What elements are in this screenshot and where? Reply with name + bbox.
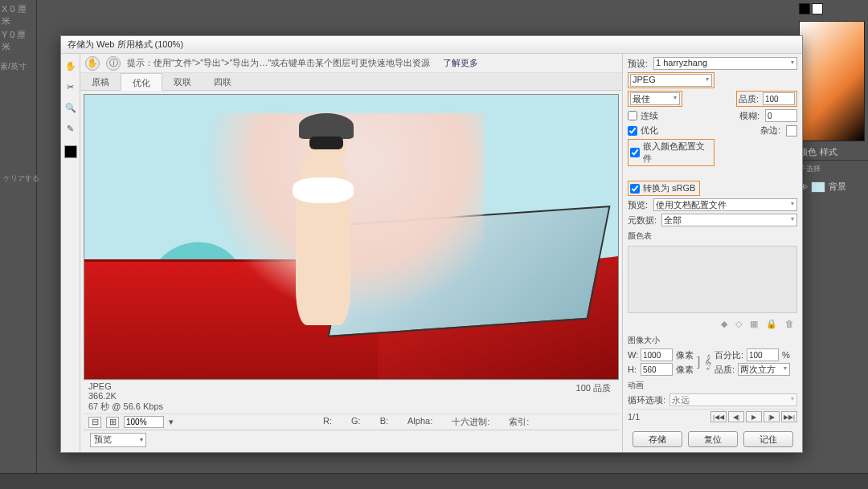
loop-select: 永远 bbox=[669, 393, 797, 406]
readout-hex: 十六进制: bbox=[452, 416, 489, 428]
convert-srgb-label: 转换为 sRGB bbox=[643, 182, 695, 194]
percent-label: 百分比: bbox=[714, 349, 743, 361]
subselect-label: 子选择 bbox=[796, 161, 868, 177]
zoom-in-button[interactable]: ⊞ bbox=[106, 417, 119, 428]
color-table-icons: ◆ ◇ ▦ 🔒 🗑 bbox=[628, 317, 797, 331]
save-for-web-dialog: 存储为 Web 所用格式 (100%) ✋ ✂ 🔍 ✎ ✋ ⓘ 提示：使用"文件… bbox=[60, 35, 803, 453]
learn-more-link[interactable]: 了解更多 bbox=[443, 57, 478, 69]
zoom-input[interactable] bbox=[124, 416, 164, 428]
percent-unit: % bbox=[782, 350, 790, 360]
blur-input[interactable] bbox=[765, 109, 797, 122]
hand-tool-icon[interactable]: ✋ bbox=[63, 59, 78, 73]
remember-button[interactable]: 记住 bbox=[743, 431, 793, 447]
format-select[interactable]: JPEG bbox=[630, 74, 712, 87]
trash-icon[interactable]: 🗑 bbox=[785, 319, 794, 329]
next-frame-button[interactable]: |▶ bbox=[764, 411, 780, 422]
play-button[interactable]: ▶ bbox=[746, 411, 762, 422]
settings-panel: 预设: 1 harryzhang JPEG 最佳 品质: 连续 bbox=[622, 54, 802, 452]
animation-nav: 1/1 |◀◀ ◀| ▶ |▶ ▶▶| bbox=[628, 409, 797, 424]
swatch-black[interactable] bbox=[799, 3, 810, 14]
quality-preset-select[interactable]: 最佳 bbox=[630, 92, 680, 105]
quality-label: 品质: bbox=[739, 93, 761, 105]
ct-icon-2[interactable]: ◇ bbox=[735, 319, 742, 329]
readout-alpha: Alpha: bbox=[407, 416, 432, 428]
dialog-toolbar: ✋ ✂ 🔍 ✎ bbox=[61, 54, 80, 452]
info-size: 366.2K bbox=[88, 391, 117, 401]
zoom-tool-icon[interactable]: 🔍 bbox=[63, 100, 78, 115]
eyedropper-tool-icon[interactable]: ✎ bbox=[63, 121, 78, 136]
zoom-bar: ⊟ ⊞ ▾ R: G: B: Alpha: 十六进制: 索引: bbox=[84, 414, 619, 430]
info-time: 67 秒 @ 56.6 Kbps bbox=[88, 401, 614, 413]
preview-canvas[interactable] bbox=[84, 94, 619, 380]
color-table-label: 颜色表 bbox=[628, 230, 797, 242]
preset-label: 预设: bbox=[628, 58, 650, 70]
ct-icon-3[interactable]: ▦ bbox=[750, 319, 758, 329]
zoom-out-button[interactable]: ⊟ bbox=[88, 417, 101, 428]
optimized-checkbox[interactable] bbox=[628, 126, 637, 136]
preset-select[interactable]: 1 harryzhang bbox=[653, 57, 797, 70]
layer-thumbnail bbox=[811, 181, 825, 193]
resample-select[interactable]: 两次立方 bbox=[738, 363, 790, 376]
matte-swatch[interactable] bbox=[786, 125, 797, 137]
animation-label: 动画 bbox=[628, 380, 797, 391]
blur-label: 模糊: bbox=[739, 110, 762, 122]
hint-bar: ✋ ⓘ 提示：使用"文件">"导出">"导出为…"或右键单击某个图层可更快速地导… bbox=[80, 54, 622, 73]
convert-srgb-checkbox[interactable] bbox=[630, 184, 640, 194]
percent-input[interactable] bbox=[747, 348, 779, 361]
hand-mode-icon[interactable]: ✋ bbox=[85, 56, 100, 71]
image-size-label: 图像大小 bbox=[628, 335, 797, 346]
tab-original[interactable]: 原稿 bbox=[80, 73, 121, 90]
progressive-checkbox[interactable] bbox=[628, 111, 637, 120]
tab-two-up[interactable]: 双联 bbox=[162, 73, 203, 90]
preview-select[interactable]: 使用文档配置文件 bbox=[653, 198, 797, 211]
width-unit: 像素 bbox=[676, 349, 694, 361]
width-label: W: bbox=[628, 350, 637, 360]
readout-g: G: bbox=[351, 416, 361, 428]
first-frame-button[interactable]: |◀◀ bbox=[710, 411, 727, 422]
metadata-select[interactable]: 全部 bbox=[661, 214, 797, 226]
color-readout: R: G: B: Alpha: 十六进制: 索引: bbox=[323, 416, 529, 428]
info-format: JPEG bbox=[88, 381, 614, 391]
layer-row[interactable]: 👁 背景 bbox=[796, 177, 868, 196]
ct-icon-1[interactable]: ◆ bbox=[721, 319, 727, 329]
optimized-label: 优化 bbox=[641, 124, 658, 137]
tab-swatches[interactable]: 样式 bbox=[820, 146, 837, 158]
tab-optimized[interactable]: 优化 bbox=[121, 73, 162, 91]
unit-label: 素/英寸 bbox=[0, 61, 27, 72]
gradient-picker[interactable] bbox=[799, 21, 865, 141]
hint-text: 提示：使用"文件">"导出">"导出为…"或右键单击某个图层可更快速地导出资源 bbox=[127, 57, 430, 69]
clear-label: ケリアする bbox=[0, 173, 39, 184]
app-bottom-bar bbox=[0, 473, 868, 489]
save-button[interactable]: 存储 bbox=[633, 431, 682, 447]
lock-icon[interactable]: 🔒 bbox=[766, 319, 777, 329]
preview-tabs: 原稿 优化 双联 四联 bbox=[80, 73, 622, 91]
preview-label: 预览: bbox=[628, 199, 650, 211]
info-icon[interactable]: ⓘ bbox=[106, 56, 121, 71]
swatch-white[interactable] bbox=[812, 3, 823, 14]
tab-four-up[interactable]: 四联 bbox=[203, 73, 243, 90]
dialog-titlebar[interactable]: 存储为 Web 所用格式 (100%) bbox=[61, 36, 802, 54]
embed-profile-label: 嵌入颜色配置文件 bbox=[643, 141, 712, 165]
frame-counter: 1/1 bbox=[628, 412, 640, 422]
progressive-label: 连续 bbox=[641, 110, 658, 122]
last-frame-button[interactable]: ▶▶| bbox=[781, 411, 797, 422]
bottom-bar: 预览 bbox=[84, 430, 619, 449]
height-input[interactable] bbox=[641, 363, 673, 376]
layer-name: 背景 bbox=[829, 181, 846, 193]
reset-button[interactable]: 复位 bbox=[688, 431, 738, 447]
resample-label: 品质: bbox=[714, 364, 735, 376]
quality-input[interactable] bbox=[763, 92, 795, 105]
height-label: H: bbox=[628, 365, 637, 374]
preview-dropdown[interactable]: 预览 bbox=[90, 433, 146, 447]
constrain-link-icon[interactable]: ] 𝄞 bbox=[695, 355, 713, 369]
loop-label: 循环选项: bbox=[628, 394, 666, 406]
slice-tool-icon[interactable]: ✂ bbox=[63, 79, 78, 94]
embed-profile-checkbox[interactable] bbox=[630, 148, 640, 157]
eyedropper-color-swatch[interactable] bbox=[64, 145, 77, 158]
prev-frame-button[interactable]: ◀| bbox=[728, 411, 744, 422]
app-right-panel: 颜色 样式 子选择 👁 背景 bbox=[796, 0, 868, 489]
width-input[interactable] bbox=[641, 348, 673, 361]
chevron-down-icon[interactable]: ▾ bbox=[169, 417, 174, 427]
readout-index: 索引: bbox=[509, 416, 529, 428]
color-table bbox=[628, 246, 797, 313]
